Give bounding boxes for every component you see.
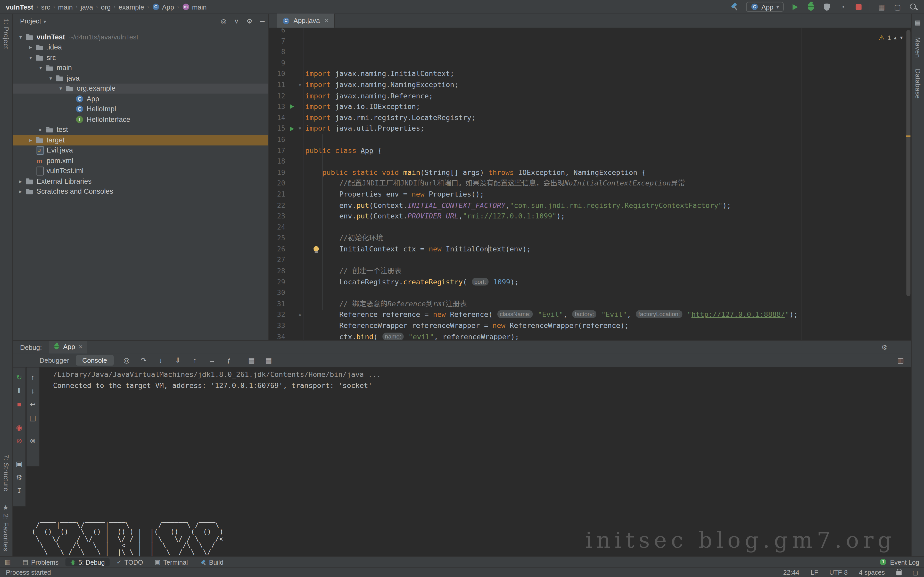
profiler-button[interactable]: ◔: [838, 2, 847, 11]
fold-region-icon[interactable]: ▾: [299, 126, 301, 131]
indicator-icon[interactable]: ▢: [913, 569, 918, 575]
tree-item-test[interactable]: ▸test: [13, 124, 268, 135]
code-line[interactable]: // 创建一个注册表: [305, 266, 911, 277]
toolwindow-tab-terminal[interactable]: ▣Terminal: [150, 558, 192, 566]
run-line-icon[interactable]: [289, 126, 294, 131]
code-line[interactable]: InitialContext ctx = new InitialContext(…: [305, 244, 911, 255]
tool-stripe-maven[interactable]: Maven: [914, 37, 921, 58]
pin-icon[interactable]: ↧: [15, 486, 24, 496]
chevron-right-icon[interactable]: ▸: [37, 127, 45, 133]
collapse-all-icon[interactable]: ∨: [234, 17, 239, 25]
tab-app-java[interactable]: C App.java ×: [277, 14, 334, 28]
run-to-cursor-icon[interactable]: →: [207, 355, 217, 365]
tree-item-main[interactable]: ▾main: [13, 63, 268, 73]
hide-panel-icon[interactable]: ─: [260, 18, 265, 25]
scroll-to-bottom-icon[interactable]: ↓: [28, 386, 38, 396]
scrollbar-thumb[interactable]: [906, 30, 910, 296]
code-editor[interactable]: import javax.naming.InitialContext;impor…: [304, 28, 911, 340]
code-line[interactable]: [305, 287, 911, 298]
intention-bulb-icon[interactable]: [313, 246, 319, 251]
build-hammer-icon[interactable]: [731, 3, 739, 11]
tree-item-idea[interactable]: ▸.idea: [13, 42, 268, 52]
settings-icon[interactable]: ⚙: [15, 473, 24, 482]
code-line[interactable]: env.put(Context.PROVIDER_URL,"rmi://127.…: [305, 211, 911, 222]
evaluate-expression-icon[interactable]: ƒ: [224, 355, 234, 365]
code-line[interactable]: import javax.naming.InitialContext;: [305, 69, 911, 79]
restore-layout-icon[interactable]: ▤: [247, 355, 256, 365]
breadcrumb-main[interactable]: mmain: [182, 3, 207, 11]
step-out-icon[interactable]: ↑: [190, 355, 200, 365]
chevron-down-icon[interactable]: ▾: [37, 65, 45, 71]
tool-buttons-icon[interactable]: ▤: [915, 19, 921, 27]
status-item-utf-8[interactable]: UTF-8: [829, 569, 848, 576]
code-line[interactable]: Reference reference = new Reference( cla…: [305, 309, 911, 321]
step-into-icon[interactable]: ↓: [156, 355, 165, 365]
tool-stripe-favorites[interactable]: ★ 2: Favorites: [2, 504, 10, 552]
tree-item-vulntest[interactable]: ▾vulnTest~/d4m1ts/java/vulnTest: [13, 32, 268, 42]
code-line[interactable]: env.put(Context.INITIAL_CONTEXT_FACTORY,…: [305, 200, 911, 211]
tab-console[interactable]: Console: [76, 355, 114, 365]
debug-console-output[interactable]: /Library/Java/JavaVirtualMachines/jdk1.8…: [53, 369, 381, 391]
code-line[interactable]: //配置JNDI工厂和JNDI的url和端口。如果没有配置这些信息，会出现NoI…: [305, 178, 911, 189]
toolwindow-tab-5-debug[interactable]: ◉5: Debug: [66, 558, 109, 566]
code-line[interactable]: Properties env = new Properties();: [305, 189, 911, 200]
breadcrumb-vulntest[interactable]: vulnTest: [6, 3, 33, 10]
error-stripe-mark[interactable]: [906, 135, 910, 137]
code-line[interactable]: import javax.naming.NamingException;: [305, 79, 911, 90]
chevron-right-icon[interactable]: ▸: [16, 178, 25, 184]
chevron-right-icon[interactable]: ▸: [27, 137, 35, 143]
locate-file-icon[interactable]: ◎: [221, 17, 226, 25]
chevron-down-icon[interactable]: ▾: [16, 34, 25, 40]
stop-icon[interactable]: ■: [15, 400, 24, 409]
tree-item-java[interactable]: ▾java: [13, 73, 268, 83]
step-over-icon[interactable]: ↷: [139, 355, 149, 365]
run-button[interactable]: [792, 4, 798, 10]
soft-wrap-icon[interactable]: ↩: [28, 400, 38, 409]
status-item-22-44[interactable]: 22:44: [783, 569, 800, 576]
event-log-button[interactable]: 1 Event Log: [880, 558, 919, 566]
code-line[interactable]: [305, 134, 911, 145]
status-item-4-spaces[interactable]: 4 spaces: [859, 569, 885, 576]
print-icon[interactable]: ▤: [28, 413, 38, 423]
status-item-lf[interactable]: LF: [811, 569, 818, 576]
tool-stripe-database[interactable]: Database: [914, 69, 921, 99]
code-line[interactable]: //初始化环境: [305, 233, 911, 243]
code-line[interactable]: import javax.naming.Reference;: [305, 90, 911, 102]
tree-item-vulntest-iml[interactable]: vulnTest.iml: [13, 166, 268, 176]
show-execution-point-icon[interactable]: ◎: [122, 355, 131, 365]
split-console-icon[interactable]: ▥: [897, 356, 904, 364]
next-problem-icon[interactable]: ▾: [900, 32, 903, 44]
clear-all-icon[interactable]: ⊗: [28, 436, 38, 446]
code-line[interactable]: LocateRegistry.createRegistry( port: 109…: [305, 276, 911, 287]
breadcrumb-app[interactable]: CApp: [152, 3, 174, 11]
fold-region-icon[interactable]: ▴: [299, 312, 301, 318]
tool-stripe-structure[interactable]: 7: Structure: [3, 455, 10, 492]
chevron-down-icon[interactable]: ▾: [47, 75, 55, 81]
close-session-icon[interactable]: ×: [79, 343, 82, 350]
prev-problem-icon[interactable]: ▴: [894, 32, 897, 44]
code-line[interactable]: ctx.bind( name: "evil", referenceWrapper…: [305, 331, 911, 340]
breadcrumb-main[interactable]: main: [58, 3, 73, 10]
tab-debug-session-app[interactable]: App ×: [49, 340, 87, 353]
code-line[interactable]: [305, 222, 911, 233]
tree-item-src[interactable]: ▾src: [13, 52, 268, 63]
breadcrumb-java[interactable]: java: [81, 3, 93, 10]
gear-icon[interactable]: ⚙: [881, 343, 887, 351]
terminal-monitor-icon[interactable]: ▢: [893, 2, 902, 11]
tree-item-external-libraries[interactable]: ▸External Libraries: [13, 176, 268, 186]
breadcrumb-example[interactable]: example: [119, 3, 144, 10]
scroll-to-top-icon[interactable]: ↑: [28, 373, 38, 382]
tree-item-pom-xml[interactable]: mpom.xml: [13, 155, 268, 166]
code-line[interactable]: [305, 156, 911, 167]
code-line[interactable]: public class App {: [305, 145, 911, 156]
editor-body[interactable]: 67891011▾12131415▾1617181920212223242526…: [269, 28, 911, 340]
tree-item-org-example[interactable]: ▾org.example: [13, 83, 268, 93]
rerun-icon[interactable]: ↻: [15, 373, 24, 382]
code-line[interactable]: import java.rmi.registry.LocateRegistry;: [305, 112, 911, 123]
view-options-icon[interactable]: ▦: [264, 355, 273, 365]
view-breakpoints-icon[interactable]: ◉: [15, 423, 24, 432]
toolwindow-tab-build[interactable]: Build: [195, 558, 228, 566]
chevron-right-icon[interactable]: ▸: [27, 44, 35, 50]
tree-item-evil-java[interactable]: JEvil.java: [13, 145, 268, 155]
editor-scrollbar[interactable]: [905, 28, 911, 340]
